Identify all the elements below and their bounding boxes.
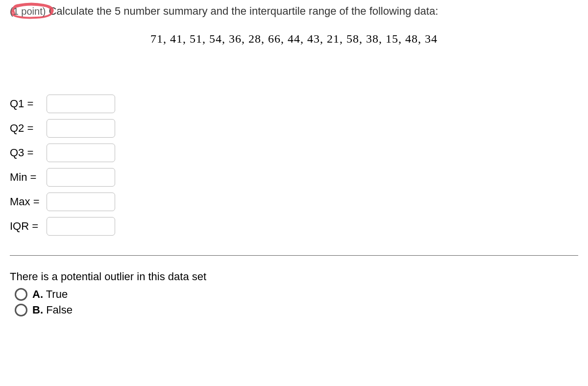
data-values: 71, 41, 51, 54, 36, 28, 66, 44, 43, 21, … (10, 32, 578, 46)
label-max: Max = (10, 195, 47, 208)
label-q1: Q1 = (10, 97, 47, 110)
input-iqr[interactable] (47, 217, 115, 236)
label-min: Min = (10, 171, 47, 184)
tf-prompt: There is a potential outlier in this dat… (10, 270, 578, 283)
radio-option-a[interactable]: A. True (15, 288, 578, 301)
label-q3: Q3 = (10, 146, 47, 159)
input-max[interactable] (47, 193, 115, 211)
input-row-q1: Q1 = (10, 95, 578, 113)
label-q2: Q2 = (10, 122, 47, 135)
radio-text-a: True (46, 288, 68, 300)
radio-letter-a: A. (32, 288, 43, 300)
input-row-min: Min = (10, 168, 578, 187)
input-q1[interactable] (47, 95, 115, 113)
radio-option-b[interactable]: B. False (15, 304, 578, 316)
input-row-max: Max = (10, 193, 578, 211)
point-label-container: (1 point) (10, 5, 46, 18)
radio-letter-b: B. (32, 304, 43, 316)
question-text: Calculate the 5 number summary and the i… (49, 5, 438, 18)
input-q2[interactable] (47, 119, 115, 138)
input-row-q2: Q2 = (10, 119, 578, 138)
label-iqr: IQR = (10, 220, 47, 233)
input-row-q3: Q3 = (10, 144, 578, 162)
question-header: (1 point) Calculate the 5 number summary… (10, 5, 578, 18)
divider (10, 255, 578, 256)
radio-label-b: B. False (32, 304, 73, 316)
radio-label-a: A. True (32, 288, 68, 301)
input-min[interactable] (47, 168, 115, 187)
inputs-block: Q1 = Q2 = Q3 = Min = Max = IQR = (10, 95, 578, 236)
input-q3[interactable] (47, 144, 115, 162)
point-label: (1 point) (10, 6, 46, 17)
radio-text-b: False (46, 304, 73, 316)
radio-circle-b[interactable] (15, 304, 27, 316)
radio-circle-a[interactable] (15, 288, 27, 301)
input-row-iqr: IQR = (10, 217, 578, 236)
